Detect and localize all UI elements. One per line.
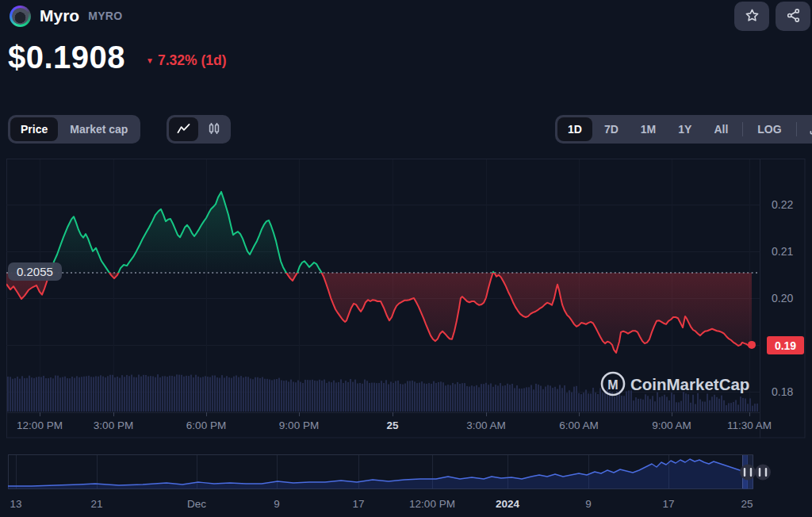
- navigator-handle-left[interactable]: [740, 465, 756, 481]
- navigator-area: [8, 459, 753, 489]
- last-price-dot: [748, 341, 756, 349]
- coinmarketcap-watermark: MCoinMarketCap: [602, 373, 749, 395]
- navigator-handle-right[interactable]: [755, 465, 771, 481]
- range-navigator[interactable]: [8, 455, 771, 489]
- svg-text:M: M: [607, 378, 618, 392]
- myro-price-page: Myro MYRO $0.1908 ▼ 7.32% (1d) Price Mar…: [0, 0, 812, 517]
- price-chart-canvas[interactable]: MCoinMarketCap: [0, 0, 812, 517]
- svg-text:CoinMarketCap: CoinMarketCap: [630, 375, 749, 393]
